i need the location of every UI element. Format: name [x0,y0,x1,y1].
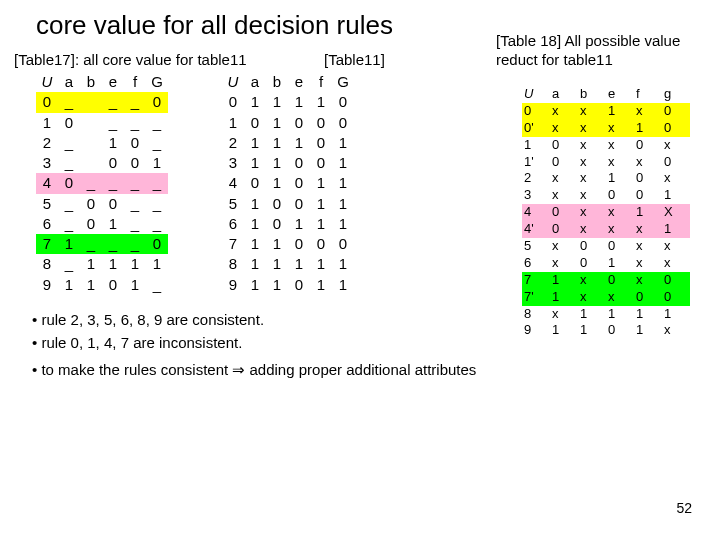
table-cell: x [634,154,662,171]
table-cell: x [578,272,606,289]
table-cell: 1 [578,306,606,323]
table-cell: x [550,187,578,204]
table-cell: 1 [58,234,80,254]
table-cell: 1 [244,153,266,173]
table-cell: 1 [522,137,550,154]
table-cell: 0 [310,153,332,173]
table-cell: 4' [522,221,550,238]
page-number: 52 [676,500,692,516]
col-header: b [578,86,606,103]
col-header: f [634,86,662,103]
table-cell: 0 [288,234,310,254]
table-cell: 0 [310,133,332,153]
table-cell: x [606,154,634,171]
table-cell: 0 [102,153,124,173]
table-cell: 0 [102,275,124,295]
table-cell: 0 [662,289,690,306]
caption-table18: [Table 18] All possible value reduct for… [496,32,706,70]
table-cell: 0 [266,214,288,234]
table-cell: 1 [634,322,662,339]
table-cell: 1 [550,289,578,306]
col-header: a [58,72,80,92]
table-cell: x [578,204,606,221]
table-cell: x [578,120,606,137]
table-cell: 0' [522,120,550,137]
table-cell: x [578,187,606,204]
table-cell: 0 [124,153,146,173]
table-cell: _ [124,214,146,234]
table-cell: 1 [244,234,266,254]
col-header: G [332,72,354,92]
table-cell: 1 [58,275,80,295]
table-cell: 1 [332,214,354,234]
table-cell: 1 [288,214,310,234]
table-cell: 1 [146,254,168,274]
table-cell: 0 [310,234,332,254]
table-cell: 0 [102,194,124,214]
col-header: g [662,86,690,103]
table-cell: x [662,322,690,339]
col-header: f [310,72,332,92]
table-cell: 1 [662,221,690,238]
col-header: e [288,72,310,92]
table-cell: 1 [244,275,266,295]
table-cell: 0 [606,187,634,204]
col-header: e [606,86,634,103]
table-cell: 0 [222,92,244,112]
table-cell: x [550,103,578,120]
table-cell: 1 [606,103,634,120]
table-cell: 9 [522,322,550,339]
table-cell: x [550,255,578,272]
table-cell: x [606,137,634,154]
table-cell: 2 [36,133,58,153]
table-cell: 1 [332,133,354,153]
table-cell: 1 [606,255,634,272]
table-cell: 5 [522,238,550,255]
table-cell: x [634,103,662,120]
table-cell: _ [102,234,124,254]
table-cell: 1 [310,275,332,295]
table-cell: 8 [522,306,550,323]
table-cell: 0 [146,92,168,112]
table-cell: 1 [634,120,662,137]
table-cell: 0 [244,173,266,193]
table-cell: 0 [266,194,288,214]
table-cell: 1 [222,113,244,133]
table-cell: _ [124,194,146,214]
col-header: a [550,86,578,103]
col-header: f [124,72,146,92]
table-cell: 9 [36,275,58,295]
table-cell: x [606,289,634,306]
table-cell: x [662,170,690,187]
table-cell: 4 [222,173,244,193]
table-cell: 1 [332,173,354,193]
table-cell: x [550,238,578,255]
table-cell: 1 [288,133,310,153]
bullet-conclusion: • to make the rules consistent ⇒ adding … [32,361,706,379]
table-cell: 0 [634,187,662,204]
table-cell: 0 [662,154,690,171]
table-cell: 0 [634,170,662,187]
table-cell: 0 [80,214,102,234]
table-cell: 1 [244,194,266,214]
table-cell: 0 [606,238,634,255]
table-cell: _ [102,92,124,112]
table-cell: x [578,154,606,171]
table-cell: x [662,137,690,154]
table-cell: x [634,272,662,289]
table-cell: 5 [222,194,244,214]
table-cell: 1 [310,173,332,193]
table-cell: 0 [310,113,332,133]
table-cell [80,133,102,153]
table-cell: 6 [36,214,58,234]
col-header: U [522,86,550,103]
table-cell: 0 [332,234,354,254]
table-cell: 0 [578,238,606,255]
table-cell: 1 [550,322,578,339]
table-cell: 4 [522,204,550,221]
table-cell: 0 [606,272,634,289]
table-cell: x [550,170,578,187]
table-cell: 1 [102,133,124,153]
table-cell: 0 [662,120,690,137]
table-cell: 1 [80,254,102,274]
